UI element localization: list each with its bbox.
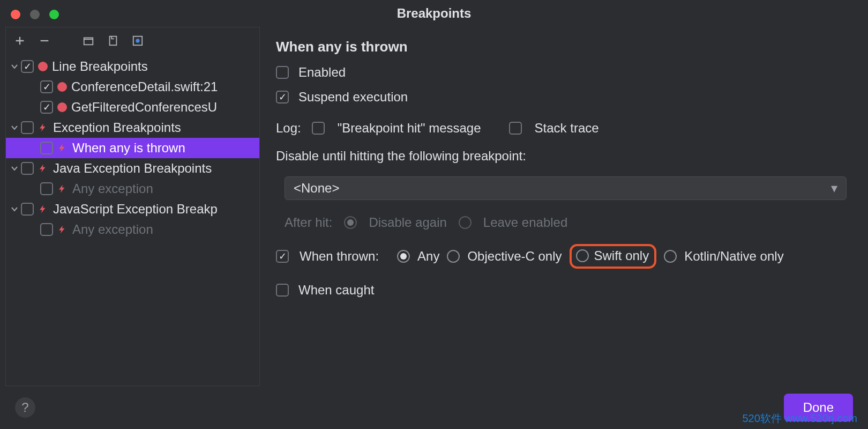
titlebar: Breakpoints [0, 0, 868, 27]
log-stacktrace-label: Stack trace [535, 121, 599, 136]
checkbox[interactable] [21, 162, 34, 175]
after-hit-label: After hit: [285, 215, 332, 230]
tree-item-selected[interactable]: When any is thrown [6, 138, 259, 158]
disable-until-select[interactable]: <None> ▾ [285, 176, 847, 200]
svg-point-3 [136, 39, 139, 42]
after-hit-leave-enabled-label: Leave enabled [483, 215, 567, 230]
enabled-row: Enabled [276, 65, 847, 80]
disable-until-label: Disable until hitting the following brea… [276, 149, 847, 164]
view-breakpoints-icon[interactable] [130, 33, 145, 48]
tree-group-exception-breakpoints[interactable]: Exception Breakpoints [6, 117, 259, 138]
detail-title: When any is thrown [276, 39, 847, 55]
tree-item[interactable]: Any exception [6, 179, 259, 199]
traffic-lights [11, 10, 59, 19]
group-by-package-icon[interactable] [81, 33, 96, 48]
when-thrown-any-label: Any [417, 249, 439, 264]
tree-group-js-exception-breakpoints[interactable]: JavaScript Exception Breakp [6, 199, 259, 219]
enabled-checkbox[interactable] [276, 66, 289, 79]
when-thrown-objc-radio[interactable] [447, 250, 460, 263]
log-bphit-label: "Breakpoint hit" message [338, 121, 481, 136]
window-close-icon[interactable] [11, 10, 20, 19]
exception-bolt-icon [38, 204, 49, 214]
caret-down-icon: ▾ [831, 181, 837, 196]
group-by-file-icon[interactable] [106, 33, 121, 48]
after-hit-disable-again-label: Disable again [369, 215, 446, 230]
checkbox[interactable] [40, 182, 53, 195]
tree-item[interactable]: ConferenceDetail.swift:21 [6, 77, 259, 97]
tree-item-label: Any exception [72, 181, 153, 196]
add-icon[interactable] [12, 33, 27, 48]
help-button[interactable]: ? [15, 397, 35, 418]
when-caught-row: When caught [276, 283, 847, 298]
breakpoints-tree: Line Breakpoints ConferenceDetail.swift:… [6, 54, 259, 386]
log-bphit-checkbox[interactable] [312, 122, 325, 135]
exception-bolt-icon [57, 143, 68, 153]
breakpoint-dot-icon [38, 62, 48, 71]
checkbox[interactable] [21, 60, 34, 73]
exception-bolt-icon [38, 163, 49, 174]
breakpoints-tree-panel: Line Breakpoints ConferenceDetail.swift:… [5, 27, 260, 386]
when-thrown-any-radio[interactable] [397, 250, 410, 263]
checkbox[interactable] [21, 121, 34, 134]
tree-group-label: JavaScript Exception Breakp [53, 202, 218, 217]
log-row: Log: "Breakpoint hit" message Stack trac… [276, 121, 847, 136]
breakpoint-dot-icon [57, 102, 67, 112]
when-thrown-label: When thrown: [300, 249, 379, 264]
tree-group-label: Line Breakpoints [52, 59, 148, 74]
when-thrown-objc-label: Objective-C only [467, 249, 562, 264]
chevron-down-icon[interactable] [8, 123, 21, 132]
breakpoint-detail-panel: When any is thrown Enabled Suspend execu… [260, 27, 863, 386]
tree-group-label: Exception Breakpoints [53, 120, 181, 135]
checkbox[interactable] [21, 203, 34, 216]
tree-item-label: When any is thrown [72, 140, 185, 156]
remove-icon[interactable] [37, 33, 52, 48]
log-stacktrace-checkbox[interactable] [509, 122, 522, 135]
when-thrown-kotlin-label: Kotlin/Native only [684, 249, 783, 264]
breakpoint-dot-icon [57, 82, 67, 92]
exception-bolt-icon [57, 183, 68, 194]
tree-item[interactable]: Any exception [6, 219, 259, 240]
when-thrown-swift-label: Swift only [594, 248, 649, 263]
checkbox[interactable] [40, 223, 53, 236]
when-caught-label: When caught [298, 283, 374, 298]
window-minimize-icon[interactable] [30, 10, 40, 19]
window-title: Breakpoints [397, 6, 472, 21]
tree-toolbar [6, 27, 259, 54]
tree-item-label: GetFilteredConferencesU [71, 100, 217, 115]
suspend-row: Suspend execution [276, 90, 847, 105]
checkbox[interactable] [40, 101, 53, 114]
chevron-down-icon[interactable] [8, 205, 21, 213]
tree-item[interactable]: GetFilteredConferencesU [6, 97, 259, 117]
when-thrown-row: When thrown: Any Objective-C only Swift … [276, 244, 847, 269]
enabled-label: Enabled [298, 65, 346, 80]
exception-bolt-icon [57, 224, 68, 235]
when-thrown-checkbox[interactable] [276, 250, 289, 263]
svg-rect-1 [110, 36, 117, 46]
after-hit-leave-enabled-radio [459, 216, 472, 229]
when-caught-checkbox[interactable] [276, 284, 289, 297]
dialog-footer: ? Done [0, 386, 868, 429]
chevron-down-icon[interactable] [8, 62, 21, 71]
suspend-checkbox[interactable] [276, 91, 289, 103]
checkbox[interactable] [40, 142, 53, 154]
when-thrown-kotlin-radio[interactable] [664, 250, 677, 263]
watermark-text: 520软件 www.520rj.com [742, 411, 857, 426]
when-thrown-swift-radio[interactable] [576, 249, 589, 262]
window-maximize-icon[interactable] [49, 10, 59, 19]
tree-group-line-breakpoints[interactable]: Line Breakpoints [6, 56, 259, 77]
tree-item-label: ConferenceDetail.swift:21 [71, 79, 218, 94]
suspend-label: Suspend execution [298, 90, 408, 105]
after-hit-row: After hit: Disable again Leave enabled [285, 215, 847, 230]
after-hit-disable-again-radio [344, 216, 357, 229]
tree-item-label: Any exception [72, 222, 153, 237]
chevron-down-icon[interactable] [8, 164, 21, 173]
log-label: Log: [276, 121, 301, 136]
tree-group-java-exception-breakpoints[interactable]: Java Exception Breakpoints [6, 158, 259, 179]
exception-bolt-icon [38, 122, 49, 133]
highlight-box: Swift only [570, 244, 657, 269]
disable-until-value: <None> [294, 181, 339, 196]
tree-group-label: Java Exception Breakpoints [53, 161, 212, 176]
checkbox[interactable] [40, 80, 53, 93]
